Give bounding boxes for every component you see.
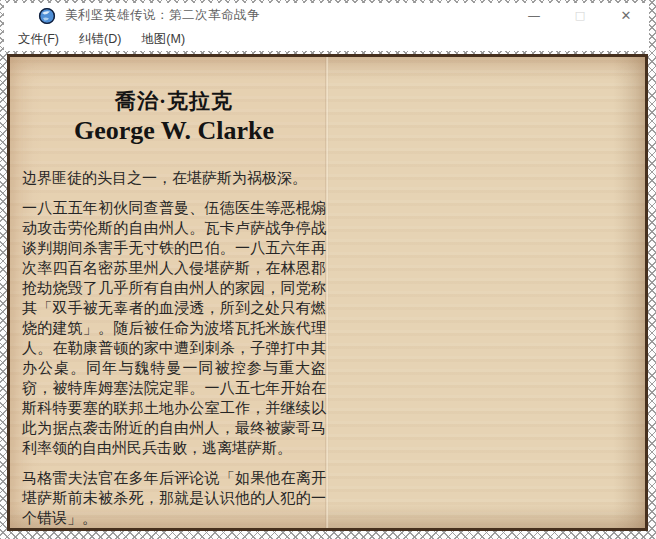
maximize-button[interactable]: □ (557, 3, 603, 28)
window-titlebar: 美利坚英雄传说：第二次革命战争 — □ ✕ (4, 3, 649, 28)
parchment-page: 喬治·克拉克 George W. Clarke 边界匪徒的头目之一，在堪萨斯为祸… (7, 54, 648, 531)
app-window: 美利坚英雄传说：第二次革命战争 — □ ✕ 文件(F) 纠错(D) 地图(M) … (0, 0, 656, 539)
menu-item-file[interactable]: 文件(F) (12, 29, 65, 50)
paragraph-summary: 边界匪徒的头目之一，在堪萨斯为祸极深。 (22, 168, 326, 188)
globe-icon (38, 7, 56, 25)
window-title: 美利坚英雄传说：第二次革命战争 (65, 7, 260, 24)
window-controls: — □ ✕ (511, 3, 649, 28)
menu-item-correction[interactable]: 纠错(D) (73, 29, 127, 50)
biography-document: 喬治·克拉克 George W. Clarke 边界匪徒的头目之一，在堪萨斯为祸… (22, 57, 326, 528)
paragraph-history: 一八五五年初伙同查普曼、伍德医生等恶棍煽动攻击劳伦斯的自由州人。瓦卡卢萨战争停战… (22, 198, 326, 458)
menu-item-map[interactable]: 地图(M) (135, 29, 191, 50)
document-title-zh: 喬治·克拉克 (22, 88, 326, 114)
menu-bar: 文件(F) 纠错(D) 地图(M) (4, 28, 649, 51)
close-button[interactable]: ✕ (603, 3, 649, 28)
document-title-en: George W. Clarke (22, 116, 326, 146)
minimize-button[interactable]: — (511, 3, 557, 28)
paragraph-quote: 马格雷夫法官在多年后评论说「如果他在离开堪萨斯前未被杀死，那就是认识他的人犯的一… (22, 468, 326, 528)
